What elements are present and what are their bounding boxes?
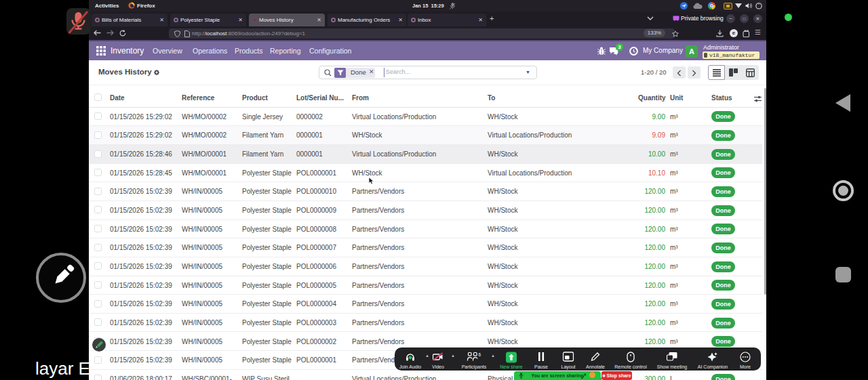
svg-text:6: 6 xyxy=(479,352,481,357)
